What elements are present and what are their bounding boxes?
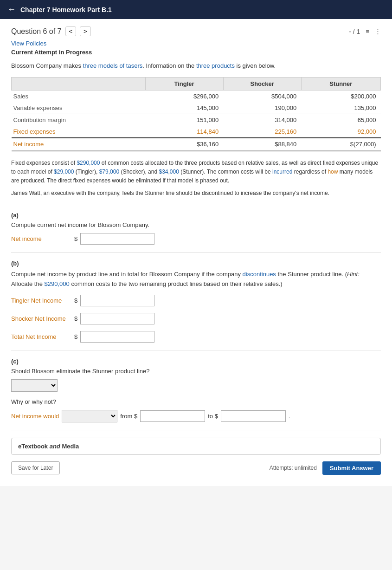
row-cm-shocker: 314,000 [223, 114, 301, 126]
divider [11, 252, 381, 253]
row-ni-shocker: $88,840 [223, 138, 301, 151]
row-fixed-tingler: 114,840 [145, 126, 223, 138]
question-nav: Question 6 of 7 < > [11, 26, 91, 36]
why-or-why-not-label: Why or why not? [11, 398, 381, 405]
divider [11, 430, 381, 430]
row-sales-shocker: $504,000 [223, 90, 301, 102]
etextbook-label[interactable]: eTextbook [18, 443, 48, 450]
row-var-tingler: 145,000 [145, 102, 223, 114]
table-row: Sales $296,000 $504,000 $200,000 [12, 90, 381, 102]
etextbook-section: eTextbook and Media [11, 438, 381, 455]
etextbook-and: and [50, 443, 60, 450]
net-income-label-a: Net income [11, 235, 71, 242]
row-sales-stunner: $200,000 [301, 90, 380, 102]
section-c-label: (c) [11, 358, 381, 365]
section-b-text: Compute net income by product line and i… [11, 270, 381, 289]
from-label: from $ [120, 413, 137, 420]
table-row: Net income $36,160 $88,840 $(27,000) [12, 138, 381, 151]
total-net-income-row: Total Net Income $ [11, 331, 381, 343]
section-c-question: Should Blossom eliminate the Stunner pro… [11, 368, 381, 375]
section-c-dropdown-row: Yes No [11, 379, 381, 392]
col-header-stunner: Stunner [301, 77, 380, 90]
section-a-compute-text: Compute current net income for Blossom C… [11, 221, 381, 228]
divider [11, 204, 381, 204]
back-button[interactable]: ← [7, 5, 16, 14]
tingler-net-income-label: Tingler Net Income [11, 297, 71, 304]
divider [11, 350, 381, 350]
table-row: Fixed expenses 114,840 225,160 92,000 [12, 126, 381, 138]
list-icon[interactable]: ≡ [366, 28, 369, 35]
dollar-sign-b1: $ [74, 297, 77, 304]
more-icon[interactable]: ⋮ [375, 28, 381, 35]
section-a-input-row: Net income $ [11, 233, 381, 245]
to-value-input[interactable] [221, 410, 286, 422]
fixed-expenses-description: Fixed expenses consist of $290,000 of co… [11, 159, 381, 186]
row-ni-tingler: $36,160 [145, 138, 223, 151]
next-question-button[interactable]: > [80, 26, 91, 36]
problem-intro: Blossom Company makes three models of ta… [11, 61, 381, 71]
shocker-net-income-label: Shocker Net Income [11, 315, 71, 322]
tingler-net-income-input[interactable] [80, 295, 154, 306]
section-b-label: (b) [11, 260, 381, 267]
dollar-sign-b3: $ [74, 333, 77, 340]
total-net-income-input[interactable] [80, 331, 154, 343]
product-data-table: Tingler Shocker Stunner Sales $296,000 $… [11, 77, 381, 151]
attempts-label: Attempts: unlimited [270, 465, 317, 471]
row-cm-label: Contribution margin [12, 114, 146, 126]
col-header-tingler: Tingler [145, 77, 223, 90]
row-fixed-label: Fixed expenses [12, 126, 146, 138]
question-header: Question 6 of 7 < > - / 1 ≡ ⋮ [11, 26, 381, 36]
highlight-three-models: three models of tasers [83, 62, 143, 69]
footer-right: Attempts: unlimited Submit Answer [270, 461, 381, 475]
main-content: Question 6 of 7 < > - / 1 ≡ ⋮ View Polic… [0, 19, 392, 486]
media-label[interactable]: Media [62, 443, 79, 450]
row-ni-label: Net income [12, 138, 146, 151]
col-header-label [12, 77, 146, 90]
from-value-input[interactable] [140, 410, 205, 422]
shocker-net-income-input[interactable] [80, 313, 154, 324]
row-fixed-shocker: 225,160 [223, 126, 301, 138]
to-label: to $ [208, 413, 218, 420]
current-attempt-label: Current Attempt in Progress [11, 49, 381, 56]
row-cm-stunner: 65,000 [301, 114, 380, 126]
highlight-three-products: three products [196, 62, 235, 69]
view-policies-link[interactable]: View Policies [11, 40, 381, 47]
header-right: - / 1 ≡ ⋮ [349, 28, 381, 35]
top-bar: ← Chapter 7 Homework Part B.1 [0, 0, 392, 19]
row-var-stunner: 135,000 [301, 102, 380, 114]
score-display: - / 1 [349, 28, 360, 35]
row-sales-tingler: $296,000 [145, 90, 223, 102]
row-var-shocker: 190,000 [223, 102, 301, 114]
table-row: Variable expenses 145,000 190,000 135,00… [12, 102, 381, 114]
submit-answer-button[interactable]: Submit Answer [322, 461, 381, 475]
row-ni-stunner: $(27,000) [301, 138, 380, 151]
james-watt-text: James Watt, an executive with the compan… [11, 190, 381, 196]
net-income-change-dropdown[interactable]: increase decrease [62, 410, 117, 422]
prev-question-button[interactable]: < [65, 26, 77, 36]
page-title: Chapter 7 Homework Part B.1 [20, 6, 112, 13]
why-row: Net income would increase decrease from … [11, 410, 381, 422]
save-for-later-button[interactable]: Save for Later [11, 461, 60, 474]
col-header-shocker: Shocker [223, 77, 301, 90]
section-a-label: (a) [11, 212, 381, 219]
net-income-input-a[interactable] [80, 233, 154, 245]
footer-bar: Save for Later Attempts: unlimited Submi… [11, 461, 381, 475]
total-net-income-label: Total Net Income [11, 333, 71, 340]
dollar-sign-a: $ [74, 235, 77, 242]
net-income-would-label: Net income would [11, 413, 59, 420]
row-cm-tingler: 151,000 [145, 114, 223, 126]
eliminate-stunner-dropdown[interactable]: Yes No [11, 379, 58, 392]
shocker-net-income-row: Shocker Net Income $ [11, 313, 381, 324]
row-sales-label: Sales [12, 90, 146, 102]
row-var-label: Variable expenses [12, 102, 146, 114]
row-fixed-stunner: 92,000 [301, 126, 380, 138]
tingler-net-income-row: Tingler Net Income $ [11, 295, 381, 306]
table-row: Contribution margin 151,000 314,000 65,0… [12, 114, 381, 126]
question-title: Question 6 of 7 [11, 27, 62, 36]
dollar-sign-b2: $ [74, 315, 77, 322]
period-text: . [289, 413, 290, 420]
